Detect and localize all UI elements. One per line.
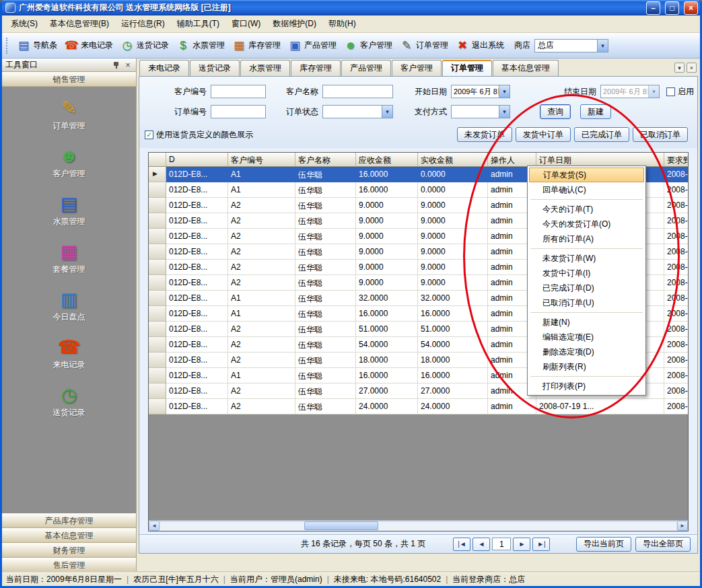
last-page-button[interactable]: ►| [532,538,550,551]
close-button[interactable]: × [684,1,698,15]
chevron-down-icon[interactable]: ▾ [597,40,608,52]
context-menu-item[interactable]: 发货中订单(I) [529,266,644,281]
row-selector[interactable] [149,213,166,229]
chevron-down-icon[interactable]: ▾ [499,106,510,118]
row-selector[interactable] [149,182,166,198]
row-selector[interactable] [149,167,166,182]
sidebar-item[interactable]: ☎ 来电记录 [53,336,85,371]
toolbar-button[interactable]: ▣ 产品管理 [284,36,340,56]
context-menu-item[interactable] [530,312,643,313]
maximize-button[interactable]: □ [665,1,679,15]
prev-page-button[interactable]: ◄ [472,538,490,551]
toolbar-button[interactable]: ☻ 客户管理 [340,36,396,56]
context-menu-item[interactable]: 订单发货(S) [529,168,644,182]
scrollbar-thumb[interactable] [304,521,378,530]
menu-item[interactable]: 窗口(W) [225,15,267,32]
chevron-down-icon[interactable]: ▾ [499,85,510,98]
minimize-button[interactable]: – [646,1,660,15]
sidebar-item[interactable]: ◷ 送货记录 [53,384,85,418]
order-status-select[interactable]: ▾ [322,105,393,118]
toolbar-grip[interactable] [6,38,9,54]
context-menu-item[interactable]: 删除选定项(D) [529,344,644,359]
sidebar-group-button[interactable]: 产品库存管理 [2,513,136,528]
column-header-customer-name[interactable]: 客户名称 [295,153,356,167]
column-header-order-date[interactable]: 订单日期 [536,153,664,167]
tab[interactable]: 客户管理 [392,60,442,76]
create-button[interactable]: 新建 [580,104,611,119]
row-selector[interactable] [149,383,166,399]
context-menu-item[interactable]: 今天的发货订单(O) [529,217,644,231]
row-selector[interactable] [149,275,166,291]
pin-icon[interactable] [112,61,120,69]
tool-window-close-icon[interactable]: × [123,61,133,70]
row-selector[interactable] [149,291,166,306]
customer-name-input[interactable] [322,85,393,98]
query-button[interactable]: 查询 [540,104,571,119]
enable-end-date-checkbox[interactable] [666,87,675,96]
column-header-received[interactable]: 实收金额 [418,153,488,167]
toolbar-button[interactable]: ☎ 来电记录 [61,36,116,56]
chevron-down-icon[interactable]: ▾ [382,106,392,118]
menu-item[interactable]: 运行信息(R) [115,15,171,32]
context-menu-item[interactable] [530,199,643,200]
column-header-id[interactable]: D [166,153,228,167]
row-selector[interactable] [149,244,166,260]
table-row[interactable]: 012D-E8... A2 伍华聪 24.0000 24.0000 admin … [149,399,689,414]
tab[interactable]: 水票管理 [240,60,290,76]
tab[interactable]: 来电记录 [139,60,189,76]
page-number-input[interactable] [492,538,511,550]
row-selector[interactable] [149,337,166,353]
row-selector[interactable] [149,368,166,383]
export-current-page-button[interactable]: 导出当前页 [576,537,631,552]
horizontal-scrollbar[interactable]: ◄ ► [149,520,688,531]
customer-no-input[interactable] [211,85,266,98]
sidebar-group-button[interactable]: 售后管理 [2,558,136,573]
order-status-filter-button[interactable]: 已取消订单 [633,127,688,142]
menu-item[interactable]: 系统(S) [5,15,44,32]
tab[interactable]: 基本信息管理 [493,60,559,76]
menu-item[interactable]: 数据维护(D) [267,15,322,32]
row-selector[interactable] [149,322,166,337]
next-page-button[interactable]: ► [513,538,530,551]
row-selector[interactable] [149,353,166,368]
toolbar-button[interactable]: ✎ 订单管理 [396,36,452,56]
sidebar-group-button[interactable]: 财务管理 [2,543,136,558]
tab[interactable]: 库存管理 [291,60,341,76]
start-date-picker[interactable]: 2009年 6月 8日 ▾ [451,85,510,98]
row-selector[interactable] [149,260,166,275]
scroll-left-icon[interactable]: ◄ [149,521,160,531]
payment-select[interactable]: ▾ [451,105,510,118]
order-status-filter-button[interactable]: 发货中订单 [516,127,571,142]
order-no-input[interactable] [211,105,266,118]
export-all-pages-button[interactable]: 导出全部页 [635,537,691,552]
tab[interactable]: 送货记录 [190,60,240,76]
tab-list-icon[interactable]: ▾ [674,63,685,73]
sidebar-group-sales[interactable]: 销售管理 [2,72,136,87]
sidebar-item[interactable]: ▥ 今日盘点 [53,289,85,323]
tab-close-icon[interactable]: × [687,63,697,73]
end-date-picker[interactable]: 2009年 6月 8日 ▾ [600,85,660,98]
context-menu-item[interactable]: 新建(N) [529,315,644,330]
context-menu-item[interactable]: 刷新列表(R) [529,359,644,374]
menu-item[interactable]: 基本信息管理(B) [44,15,115,32]
color-mode-checkbox[interactable]: ✓ [145,131,153,139]
row-selector[interactable] [149,399,166,414]
column-header-customer-no[interactable]: 客户编号 [228,153,295,167]
order-status-filter-button[interactable]: 未发货订单 [457,127,512,142]
context-menu-item[interactable] [530,248,643,249]
sidebar-item[interactable]: ☻ 客户管理 [53,145,85,180]
column-header-receivable[interactable]: 应收金额 [356,153,418,167]
column-header-operator[interactable]: 操作人 [488,153,536,167]
toolbar-button[interactable]: ▤ 导航条 [13,36,61,56]
context-menu-item[interactable]: 回单确认(C) [529,182,644,197]
scrollbar-track[interactable] [160,521,677,531]
sidebar-item[interactable]: ✎ 订单管理 [53,98,85,132]
tab[interactable]: 产品管理 [341,60,391,76]
context-menu-item[interactable]: 已完成订单(D) [529,281,644,295]
store-select[interactable]: 总店 ▾ [534,39,608,52]
context-menu-item[interactable]: 今天的订单(T) [529,202,644,217]
order-status-filter-button[interactable]: 已完成订单 [574,127,629,142]
tab[interactable]: 订单管理 [442,60,492,76]
context-menu-item[interactable] [530,376,643,377]
row-selector[interactable] [149,229,166,244]
